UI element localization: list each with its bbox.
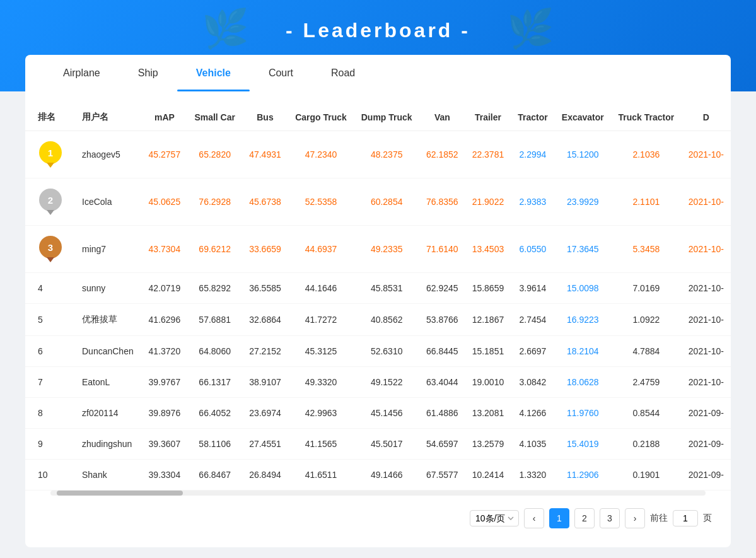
username-cell: DuncanChen (76, 336, 142, 367)
excavator-cell: 23.9929 (555, 178, 611, 226)
small-car-cell: 66.1317 (187, 367, 242, 398)
small-car-cell: 66.4052 (187, 398, 242, 429)
horizontal-scrollbar[interactable] (50, 491, 706, 496)
tab-airplane[interactable]: Airplane (44, 55, 119, 91)
dump-truck-cell: 40.8562 (354, 304, 419, 336)
cargo-truck-cell: 49.3320 (288, 367, 354, 398)
rank-cell: 9 (25, 429, 76, 460)
tab-road[interactable]: Road (312, 55, 374, 91)
tractor-cell: 4.1266 (511, 398, 554, 429)
col-van: Van (419, 104, 465, 131)
truck-tractor-cell: 1.0922 (611, 304, 682, 336)
trailer-cell: 19.0010 (465, 367, 511, 398)
truck-tractor-cell: 2.4759 (611, 367, 682, 398)
username-cell: ming7 (76, 226, 142, 273)
small-car-cell: 65.8292 (187, 273, 242, 304)
trailer-cell: 22.3781 (465, 131, 511, 178)
excavator-cell: 11.9760 (555, 398, 611, 429)
truck-tractor-cell: 0.8544 (611, 398, 682, 429)
small-car-cell: 66.8467 (187, 460, 242, 491)
page-3-button[interactable]: 3 (600, 508, 620, 528)
next-page-button[interactable]: › (625, 508, 645, 528)
cargo-truck-cell: 52.5358 (288, 178, 354, 226)
date-cell: 2021-10- (682, 336, 731, 367)
trailer-cell: 13.2081 (465, 398, 511, 429)
excavator-cell: 17.3645 (555, 226, 611, 273)
username-cell: sunny (76, 273, 142, 304)
excavator-cell: 15.1200 (555, 131, 611, 178)
map-cell: 43.7304 (142, 226, 188, 273)
tractor-cell: 6.0550 (511, 226, 554, 273)
date-cell: 2021-10- (682, 367, 731, 398)
table-header-row: 排名 用户名 mAP Small Car Bus Cargo Truck Dum… (25, 104, 731, 131)
bus-cell: 27.4551 (242, 429, 288, 460)
truck-tractor-cell: 4.7884 (611, 336, 682, 367)
cargo-truck-cell: 41.7272 (288, 304, 354, 336)
rank-ribbon-bottom (47, 163, 54, 168)
van-cell: 61.4886 (419, 398, 465, 429)
username-cell: zhudingshun (76, 429, 142, 460)
page-2-button[interactable]: 2 (574, 508, 595, 528)
cargo-truck-cell: 41.1565 (288, 429, 354, 460)
prev-page-button[interactable]: ‹ (524, 508, 544, 528)
dump-truck-cell: 52.6310 (354, 336, 419, 367)
date-cell: 2021-10- (682, 304, 731, 336)
trailer-cell: 21.9022 (465, 178, 511, 226)
rank-cell: 7 (25, 367, 76, 398)
map-cell: 45.0625 (142, 178, 188, 226)
col-tractor: Tractor (511, 104, 554, 131)
trailer-cell: 15.1851 (465, 336, 511, 367)
van-cell: 66.8445 (419, 336, 465, 367)
rank-cell: 2 (25, 178, 76, 226)
excavator-cell: 18.0628 (555, 367, 611, 398)
main-content: 排名 用户名 mAP Small Car Bus Cargo Truck Dum… (25, 91, 731, 547)
rank-cell: 4 (25, 273, 76, 304)
goto-input[interactable] (673, 510, 698, 526)
scrollbar-thumb[interactable] (57, 491, 183, 496)
rank-ribbon-bottom (47, 210, 54, 215)
van-cell: 62.1852 (419, 131, 465, 178)
bus-cell: 38.9107 (242, 367, 288, 398)
rank-cell: 10 (25, 460, 76, 491)
trailer-cell: 15.8659 (465, 273, 511, 304)
tab-vehicle[interactable]: Vehicle (177, 55, 250, 91)
cargo-truck-cell: 44.6937 (288, 226, 354, 273)
map-cell: 39.3607 (142, 429, 188, 460)
table-row: 3ming743.730469.621233.665944.693749.233… (25, 226, 731, 273)
rank-cell: 5 (25, 304, 76, 336)
excavator-cell: 15.0098 (555, 273, 611, 304)
username-cell: zhaogev5 (76, 131, 142, 178)
excavator-cell: 16.9223 (555, 304, 611, 336)
tractor-cell: 3.9614 (511, 273, 554, 304)
map-cell: 41.3720 (142, 336, 188, 367)
truck-tractor-cell: 2.1101 (611, 178, 682, 226)
tab-ship[interactable]: Ship (119, 55, 177, 91)
van-cell: 63.4044 (419, 367, 465, 398)
tractor-cell: 1.3320 (511, 460, 554, 491)
map-cell: 39.3304 (142, 460, 188, 491)
small-car-cell: 65.2820 (187, 131, 242, 178)
username-cell: zf020114 (76, 398, 142, 429)
page-1-button[interactable]: 1 (549, 508, 569, 528)
rank-cell: 6 (25, 336, 76, 367)
laurel-left-icon: 🌿 (202, 6, 249, 51)
date-cell: 2021-09- (682, 460, 731, 491)
page-title: - Leaderboard - (0, 13, 756, 55)
page-size-select[interactable]: 10条/页 20条/页 50条/页 (470, 510, 519, 526)
username-cell: 优雅拔草 (76, 304, 142, 336)
van-cell: 53.8766 (419, 304, 465, 336)
col-small-car: Small Car (187, 104, 242, 131)
tractor-cell: 2.2994 (511, 131, 554, 178)
table-wrapper: 排名 用户名 mAP Small Car Bus Cargo Truck Dum… (25, 104, 731, 491)
table-row: 7EatonL39.976766.131738.910749.332049.15… (25, 367, 731, 398)
truck-tractor-cell: 0.1901 (611, 460, 682, 491)
tab-court[interactable]: Court (250, 55, 312, 91)
dump-truck-cell: 48.2375 (354, 131, 419, 178)
small-car-cell: 69.6212 (187, 226, 242, 273)
col-dump-truck: Dump Truck (354, 104, 419, 131)
dump-truck-cell: 45.1456 (354, 398, 419, 429)
username-cell: EatonL (76, 367, 142, 398)
dump-truck-cell: 49.2335 (354, 226, 419, 273)
cargo-truck-cell: 45.3125 (288, 336, 354, 367)
tractor-cell: 4.1035 (511, 429, 554, 460)
